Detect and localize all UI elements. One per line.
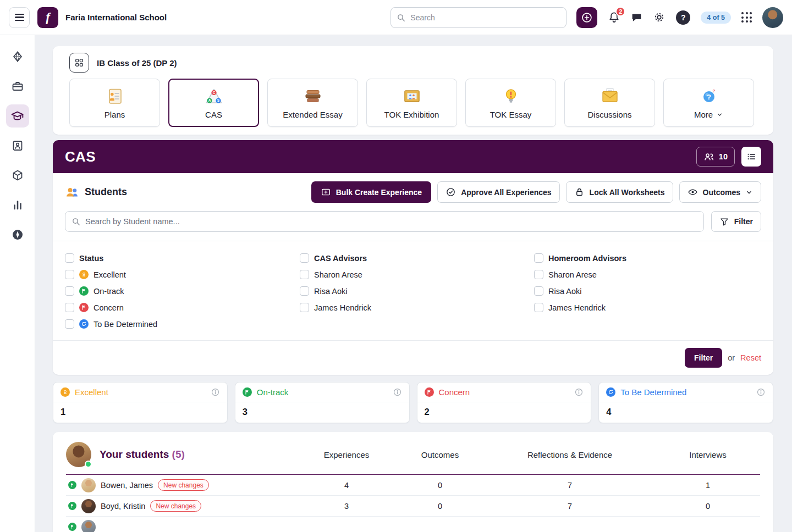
- excellent-medal-icon: [61, 387, 70, 397]
- lock-all-worksheets-button[interactable]: Lock All Worksheets: [566, 181, 673, 203]
- status-card-on-track: On-track 3: [235, 382, 410, 423]
- checkbox[interactable]: [534, 303, 543, 312]
- tab-more[interactable]: More: [663, 79, 754, 127]
- filter-option-concern[interactable]: Concern: [65, 303, 300, 312]
- info-icon[interactable]: [211, 387, 220, 397]
- filter-group-homeroom-advisors: Homeroom Advisors Sharon Arese Risa Aoki…: [534, 253, 761, 336]
- filter-option-advisor[interactable]: Sharon Arese: [300, 270, 534, 279]
- student-avatar: [81, 478, 96, 492]
- check-circle-icon: [446, 187, 456, 197]
- bulk-create-experience-button[interactable]: Bulk Create Experience: [311, 181, 431, 203]
- outcomes-dropdown-button[interactable]: Outcomes: [679, 181, 761, 203]
- quick-add-button[interactable]: [576, 7, 597, 28]
- bar-chart-icon: [11, 198, 24, 212]
- briefcase-icon: [11, 80, 24, 93]
- sidebar-item-analytics[interactable]: [6, 193, 29, 217]
- checkbox[interactable]: [65, 319, 74, 329]
- checkbox[interactable]: [300, 286, 309, 296]
- left-sidebar: [0, 35, 35, 532]
- students-heading: Students: [85, 186, 127, 198]
- checkbox[interactable]: [65, 253, 74, 263]
- sidebar-item-portfolio[interactable]: [6, 75, 29, 98]
- filter-group-status-header[interactable]: Status: [65, 253, 300, 263]
- status-count: 2: [417, 402, 591, 423]
- picture-frame-icon: [402, 86, 422, 106]
- card-plus-icon: [321, 187, 331, 197]
- sidebar-item-programmes[interactable]: [6, 45, 29, 68]
- filter-option-advisor[interactable]: Risa Aoki: [300, 286, 534, 296]
- messages-button[interactable]: [631, 12, 642, 23]
- plan-usage-pill[interactable]: 4 of 5: [701, 12, 731, 24]
- eye-icon: [688, 187, 698, 197]
- concern-flag-icon: [79, 303, 89, 312]
- filter-option-to-be-determined[interactable]: To Be Determined: [65, 319, 300, 329]
- user-avatar[interactable]: [762, 7, 783, 28]
- checkbox[interactable]: [65, 270, 74, 279]
- sidebar-item-explore[interactable]: [6, 223, 29, 246]
- plus-circle-icon: [581, 12, 593, 24]
- checkbox[interactable]: [65, 286, 74, 296]
- faria-logo[interactable]: f: [37, 7, 58, 28]
- filter-option-excellent[interactable]: Excellent: [65, 270, 300, 279]
- lightbulb-icon: [501, 86, 521, 106]
- sidebar-item-resources[interactable]: [6, 164, 29, 187]
- class-dashboard-button[interactable]: [69, 53, 89, 73]
- notifications-button[interactable]: 2: [608, 11, 620, 24]
- new-changes-badge: New changes: [150, 500, 201, 512]
- info-icon[interactable]: [574, 387, 584, 397]
- student-search-input[interactable]: [65, 211, 704, 232]
- table-row[interactable]: Bowen, James New changes 4 0 7 1: [66, 475, 760, 496]
- reset-filters-link[interactable]: Reset: [740, 353, 761, 362]
- filter-group-cas-advisors-header[interactable]: CAS Advisors: [300, 253, 534, 263]
- sidebar-item-profiles[interactable]: [6, 134, 29, 157]
- chat-bubble-icon: [631, 12, 642, 23]
- or-text: or: [728, 353, 735, 362]
- filter-option-on-track[interactable]: On-track: [65, 286, 300, 296]
- top-bar-actions: 2 ? 4 of 5: [576, 7, 783, 28]
- filter-option-advisor[interactable]: Risa Aoki: [534, 286, 761, 296]
- checkbox[interactable]: [534, 270, 543, 279]
- info-icon[interactable]: [756, 387, 766, 397]
- tab-tok-exhibition[interactable]: TOK Exhibition: [366, 79, 457, 127]
- filter-option-advisor[interactable]: James Hendrick: [300, 303, 534, 312]
- filter-toggle-button[interactable]: Filter: [711, 211, 761, 232]
- settings-button[interactable]: [653, 11, 666, 24]
- teacher-avatar[interactable]: [66, 442, 91, 467]
- checkbox[interactable]: [300, 253, 309, 263]
- diamond-icon: [11, 50, 24, 63]
- checkbox[interactable]: [534, 286, 543, 296]
- tab-discussions[interactable]: Discussions: [564, 79, 655, 127]
- sidebar-item-classes[interactable]: [6, 104, 29, 128]
- filter-option-advisor[interactable]: James Hendrick: [534, 303, 761, 312]
- tab-tok-essay[interactable]: TOK Essay: [465, 79, 556, 127]
- on-track-flag-icon: [243, 387, 252, 397]
- global-search-input[interactable]: [391, 7, 566, 28]
- members-count-button[interactable]: 10: [696, 147, 735, 167]
- refresh-icon: [79, 319, 89, 329]
- column-header-experiences: Experiences: [297, 450, 396, 459]
- filter-option-advisor[interactable]: Sharon Arese: [534, 270, 761, 279]
- apps-grid-button[interactable]: [741, 12, 752, 23]
- filter-panel: Status Excellent On-track Concern To Be …: [53, 241, 773, 340]
- filter-group-homeroom-advisors-header[interactable]: Homeroom Advisors: [534, 253, 761, 263]
- tab-extended-essay[interactable]: Extended Essay: [267, 79, 358, 127]
- list-view-button[interactable]: [741, 147, 761, 167]
- info-icon[interactable]: [393, 387, 402, 397]
- help-button[interactable]: ?: [676, 10, 690, 25]
- cas-banner: CAS 10: [53, 140, 773, 173]
- hamburger-menu-button[interactable]: [9, 7, 30, 28]
- tab-plans[interactable]: Plans: [69, 79, 160, 127]
- checkbox[interactable]: [65, 303, 74, 312]
- checkbox[interactable]: [534, 253, 543, 263]
- table-row[interactable]: Boyd, Kristin New changes 3 0 7 0: [66, 496, 760, 517]
- table-row[interactable]: [66, 517, 760, 532]
- tab-cas[interactable]: CAS: [168, 79, 259, 127]
- checkbox[interactable]: [300, 270, 309, 279]
- student-name[interactable]: Boyd, Kristin: [101, 502, 145, 511]
- approve-all-experiences-button[interactable]: Approve All Experiences: [437, 181, 559, 203]
- question-globe-icon: [699, 86, 719, 106]
- apply-filter-button[interactable]: Filter: [685, 348, 722, 368]
- chevron-down-icon: [745, 189, 753, 196]
- checkbox[interactable]: [300, 303, 309, 312]
- student-name[interactable]: Bowen, James: [101, 481, 153, 490]
